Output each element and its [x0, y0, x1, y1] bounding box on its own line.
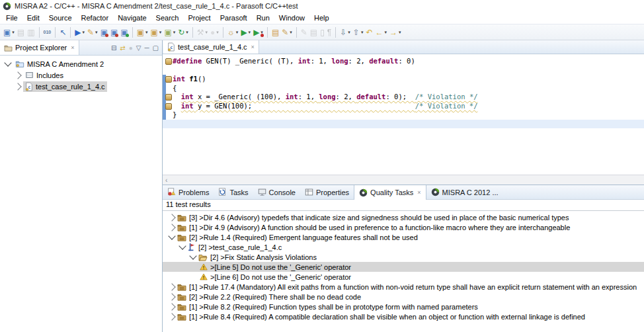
editor-gutter[interactable]: [163, 102, 173, 111]
open-folder-1-icon[interactable]: ▤: [270, 26, 280, 38]
chevron-right-icon[interactable]: [168, 293, 175, 300]
editor-gutter[interactable]: [163, 110, 173, 120]
dropdown-arrow-icon[interactable]: ▾: [83, 30, 85, 35]
close-icon[interactable]: ×: [417, 189, 421, 196]
block-selection-icon[interactable]: ▯: [319, 26, 326, 38]
dropdown-arrow-icon[interactable]: ▾: [399, 30, 401, 35]
forward-history-icon[interactable]: →▾: [388, 26, 403, 38]
save-all-icon[interactable]: ▥: [26, 26, 36, 38]
focus-task-icon[interactable]: ●: [129, 44, 133, 52]
dropdown-arrow-icon[interactable]: ▾: [159, 30, 162, 35]
close-icon[interactable]: ×: [71, 44, 74, 51]
editor-gutter[interactable]: [163, 84, 173, 93]
menu-window[interactable]: Window: [274, 13, 309, 22]
tab-console[interactable]: Console: [253, 185, 300, 199]
minimize-icon[interactable]: ─: [144, 44, 149, 52]
dropdown-arrow-icon[interactable]: ▾: [384, 30, 387, 35]
quality-task-row[interactable]: >[Line 6] Do not use the '_Generic' oper…: [163, 272, 644, 282]
tab-test-case-rule-1-4-c[interactable]: c test_case_rule_1_4.c ×: [163, 40, 259, 54]
view-menu-icon[interactable]: ▽: [136, 44, 141, 52]
chevron-right-icon[interactable]: [14, 83, 21, 90]
tab-misra-c-2012-[interactable]: MISRA C 2012 ...: [426, 185, 503, 199]
pencil-icon[interactable]: ✎: [300, 26, 309, 38]
menu-edit[interactable]: Edit: [22, 13, 44, 22]
back-history-icon[interactable]: ←▾: [374, 26, 388, 38]
menu-file[interactable]: File: [1, 13, 22, 22]
quality-task-row[interactable]: [3] >Dir 4.6 (Advisory) typedefs that in…: [163, 212, 644, 222]
test-history-icon[interactable]: ▣: [99, 26, 109, 38]
save-icon[interactable]: ▤: [16, 26, 26, 38]
code-area[interactable]: #define GEN(T) _Generic( (T), int: 1, lo…: [163, 54, 644, 175]
new-wizard-icon[interactable]: ▣▾: [2, 26, 16, 38]
chevron-right-icon[interactable]: [168, 224, 175, 231]
tab-properties[interactable]: Properties: [300, 185, 354, 199]
new-test-config-icon[interactable]: ▣▾: [136, 26, 149, 38]
dropdown-arrow-icon[interactable]: ▾: [361, 30, 364, 35]
tab-project-explorer[interactable]: Project Explorer ×: [0, 40, 79, 55]
quality-task-row[interactable]: [2] >Fix Static Analysis Violations: [163, 252, 644, 262]
quality-task-row[interactable]: [1] >Rule 8.4 (Required) A compatible de…: [163, 311, 644, 321]
dropdown-arrow-icon[interactable]: ▾: [290, 30, 292, 35]
dropdown-arrow-icon[interactable]: ▾: [216, 30, 219, 35]
explorer-item-misra-c-amendment-2[interactable]: MISRA C Amendment 2: [0, 58, 162, 69]
editor-gutter[interactable]: [163, 93, 173, 102]
quality-task-row[interactable]: [1] >Dir 4.9 (Advisory) A function shoul…: [163, 222, 644, 232]
coverage-run-icon[interactable]: ▶▾: [252, 26, 264, 38]
collapse-all-icon[interactable]: ⊟: [111, 44, 116, 52]
last-edit-location-icon[interactable]: ↶: [364, 26, 374, 38]
tab-quality-tasks[interactable]: Quality Tasks×: [354, 185, 426, 200]
chevron-down-icon[interactable]: [189, 252, 196, 259]
quality-task-row[interactable]: [1] >Rule 17.4 (Mandatory) All exit path…: [163, 282, 644, 292]
quality-task-row[interactable]: [2] >Rule 1.4 (Required) Emergent langua…: [163, 232, 644, 242]
tab-tasks[interactable]: Tasks: [214, 185, 253, 199]
link-with-editor-icon[interactable]: ⇄: [120, 44, 125, 52]
chevron-right-icon[interactable]: [168, 303, 175, 310]
quality-task-row[interactable]: [2] >test_case_rule_1_4.c: [163, 242, 644, 252]
menu-help[interactable]: Help: [309, 13, 334, 22]
build-hammer-icon[interactable]: ⚒▾: [196, 26, 209, 38]
dropdown-arrow-icon[interactable]: ▾: [236, 30, 239, 35]
menu-source[interactable]: Source: [44, 13, 77, 22]
debug-icon[interactable]: ☼▾: [226, 26, 240, 38]
quality-task-row[interactable]: [2] >Rule 2.2 (Required) There shall be …: [163, 292, 644, 302]
close-icon[interactable]: ×: [251, 44, 255, 50]
dropdown-arrow-icon[interactable]: ▾: [95, 30, 98, 35]
editor-gutter[interactable]: [163, 66, 173, 75]
menu-run[interactable]: Run: [252, 13, 274, 22]
menu-refactor[interactable]: Refactor: [77, 13, 114, 22]
test-config-gear-icon[interactable]: ▣▾: [149, 26, 163, 38]
show-whitespace-icon[interactable]: ¶: [326, 26, 333, 38]
scroll-left-icon[interactable]: ‹: [165, 177, 167, 184]
test-remove-icon[interactable]: ▣: [109, 26, 119, 38]
tab-problems[interactable]: Problems: [163, 185, 214, 199]
editor-gutter[interactable]: [163, 57, 173, 66]
refresh-analysis-icon[interactable]: ↻▾: [177, 26, 190, 38]
editor-gutter[interactable]: [163, 120, 173, 129]
menu-search[interactable]: Search: [151, 13, 184, 22]
menu-project[interactable]: Project: [183, 13, 215, 22]
dropdown-arrow-icon[interactable]: ▾: [145, 30, 148, 35]
chevron-down-icon[interactable]: [4, 59, 11, 66]
chevron-right-icon[interactable]: [168, 214, 175, 221]
run-test-icon[interactable]: ▶▾: [73, 26, 86, 38]
dropdown-arrow-icon[interactable]: ▾: [186, 30, 188, 35]
editor-gutter[interactable]: [163, 75, 173, 84]
explorer-item-test-case-rule-1-4-c[interactable]: ctest_case_rule_1_4.c: [0, 81, 162, 92]
editor-horizontal-scrollbar[interactable]: ‹: [163, 175, 644, 185]
chevron-right-icon[interactable]: [168, 283, 175, 290]
snippet-icon[interactable]: ▤: [309, 26, 319, 38]
explorer-item-includes[interactable]: Includes: [0, 69, 162, 81]
dropdown-arrow-icon[interactable]: ▾: [12, 30, 15, 35]
select-pointer-icon[interactable]: ↖: [58, 26, 67, 38]
dropdown-arrow-icon[interactable]: ▾: [348, 30, 350, 35]
quality-task-row[interactable]: >[Line 5] Do not use the '_Generic' oper…: [163, 262, 644, 272]
menu-parasoft[interactable]: Parasoft: [216, 13, 252, 22]
chevron-right-icon[interactable]: [14, 71, 21, 79]
run-icon[interactable]: ▶▾: [239, 26, 252, 38]
chevron-right-icon[interactable]: [168, 313, 175, 320]
dropdown-arrow-icon[interactable]: ▾: [173, 30, 176, 35]
quality-task-row[interactable]: [1] >Rule 8.2 (Required) Function types …: [163, 302, 644, 311]
cancel-build-icon[interactable]: ●▾: [209, 26, 220, 38]
chevron-down-icon[interactable]: [168, 232, 175, 239]
generate-tests-icon[interactable]: ✎▾: [86, 26, 99, 38]
